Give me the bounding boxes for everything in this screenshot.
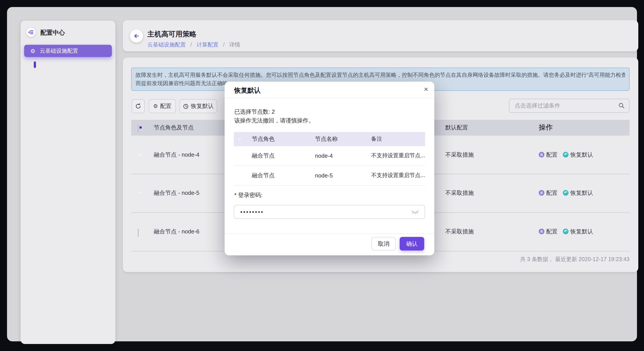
search-icon[interactable] xyxy=(618,103,625,109)
breadcrumb-separator: / xyxy=(190,42,192,48)
gear-icon: ⚙ xyxy=(153,104,158,109)
undo-arrow-icon: ↶ xyxy=(563,228,568,234)
modal-column-name: 节点名称 xyxy=(315,135,338,143)
selected-count-text: 已选择节点数: 2 xyxy=(234,108,275,116)
sidebar-collapse-button[interactable] xyxy=(26,28,36,37)
info-banner-line1: 故障发生时，主机高可用服务默认不会采取任何措施。您可以按照节点角色及配置设置节点… xyxy=(136,71,625,80)
table-footer: 共 3 条数据， 最近更新 2020-12-17 19:23:43 xyxy=(131,256,630,263)
node-name: 融合节点 - node-4 xyxy=(154,151,200,158)
row-restore-label: 恢复默认 xyxy=(570,189,593,197)
row-config-action[interactable]: 配置 xyxy=(539,151,558,158)
row-checkbox[interactable] xyxy=(138,228,139,237)
default-config-value: 不采取措施 xyxy=(445,151,474,158)
arrow-left-icon xyxy=(133,32,140,40)
breadcrumb: 云基础设施配置 / 计算配置 / 详情 xyxy=(148,41,240,49)
modal-footer-divider xyxy=(224,234,434,234)
sidebar-active-indicator xyxy=(34,62,36,68)
row-restore-action[interactable]: ↶ 恢复默认 xyxy=(563,189,593,197)
modal-node-role: 融合节点 xyxy=(252,152,274,160)
cancel-button[interactable]: 取消 xyxy=(372,237,396,250)
screen: 配置中心 ⚙ 云基础设施配置 主机高可用策略 云基础设施配置 / xyxy=(0,0,644,351)
row-restore-action[interactable]: ↶ 恢复默认 xyxy=(563,228,593,236)
column-node-role: 节点角色及节点 xyxy=(154,124,194,132)
eye-invisible-icon[interactable] xyxy=(411,209,419,214)
back-button[interactable] xyxy=(130,30,143,42)
refresh-button[interactable] xyxy=(132,99,145,113)
breadcrumb-current: 详情 xyxy=(229,42,240,48)
modal-header-divider xyxy=(224,98,434,98)
modal-node-name: node-4 xyxy=(315,152,333,159)
sidebar-title: 配置中心 xyxy=(40,29,65,37)
sliders-icon xyxy=(539,152,544,158)
node-name: 融合节点 - node-6 xyxy=(154,228,200,236)
toolbar-config-button[interactable]: ⚙ 配置 xyxy=(149,99,176,113)
row-restore-action[interactable]: ↶ 恢复默认 xyxy=(563,151,593,158)
row-restore-label: 恢复默认 xyxy=(570,228,593,236)
undo-arrow-icon: ↶ xyxy=(563,152,568,158)
row-config-label: 配置 xyxy=(546,151,558,158)
node-name: 融合节点 - node-5 xyxy=(154,189,200,197)
modal-table-row: 融合节点 node-4 不支持设置重启节点... xyxy=(234,146,425,166)
row-config-label: 配置 xyxy=(546,228,558,236)
breadcrumb-link-compute-config[interactable]: 计算配置 xyxy=(196,42,218,48)
row-config-label: 配置 xyxy=(546,189,558,197)
modal-table-row: 融合节点 node-5 不支持设置重启节点... xyxy=(234,166,425,186)
modal-node-remark: 不支持设置重启节点... xyxy=(371,152,425,160)
modal-column-role: 节点角色 xyxy=(252,135,274,143)
default-config-value: 不采取措施 xyxy=(445,228,474,236)
modal-table-header: 节点角色 节点名称 备注 xyxy=(234,132,425,146)
column-actions: 操作 xyxy=(539,123,553,132)
modal-node-remark: 不支持设置重启节点... xyxy=(371,172,425,179)
breadcrumb-link-cloud-infra[interactable]: 云基础设施配置 xyxy=(148,42,186,48)
confirm-button[interactable]: 确认 xyxy=(400,237,424,250)
history-clock-icon xyxy=(183,103,189,109)
refresh-icon xyxy=(135,103,141,109)
default-config-value: 不采取措施 xyxy=(445,189,474,197)
select-all-checkbox[interactable] xyxy=(138,124,139,133)
row-restore-label: 恢复默认 xyxy=(570,151,593,158)
filter-placeholder: 点击选择过滤条件 xyxy=(514,102,618,110)
sidebar-item-label: 云基础设施配置 xyxy=(40,47,78,54)
toolbar-restore-default-button[interactable]: 恢复默认 xyxy=(180,99,217,113)
sliders-icon xyxy=(539,190,544,196)
password-value: •••••••• xyxy=(240,209,411,215)
modal-column-remark: 备注 xyxy=(371,135,425,143)
undo-arrow-icon: ↶ xyxy=(563,190,568,196)
restore-default-modal: 恢复默认 × 已选择节点数: 2 该操作无法撤回，请谨慎操作。 节点角色 节点名… xyxy=(224,82,434,255)
warning-text: 该操作无法撤回，请谨慎操作。 xyxy=(234,117,314,124)
filter-input[interactable]: 点击选择过滤条件 xyxy=(509,99,630,113)
column-default-config: 默认配置 xyxy=(445,124,468,132)
modal-node-role: 融合节点 xyxy=(252,172,274,180)
row-config-action[interactable]: 配置 xyxy=(539,228,558,236)
gear-icon: ⚙ xyxy=(30,48,35,54)
page-title: 主机高可用策略 xyxy=(148,30,196,39)
app-window: 配置中心 ⚙ 云基础设施配置 主机高可用策略 云基础设施配置 / xyxy=(7,7,637,341)
modal-title: 恢复默认 xyxy=(234,86,260,95)
password-input[interactable]: •••••••• xyxy=(234,205,425,219)
close-icon[interactable]: × xyxy=(424,85,428,94)
modal-node-name: node-5 xyxy=(315,172,333,179)
menu-fold-icon xyxy=(28,30,34,35)
page-header: 主机高可用策略 云基础设施配置 / 计算配置 / 详情 xyxy=(123,20,638,51)
sliders-icon xyxy=(539,228,544,234)
row-config-action[interactable]: 配置 xyxy=(539,189,558,197)
toolbar-config-label: 配置 xyxy=(160,102,172,110)
password-label: * 登录密码: xyxy=(234,191,262,199)
sidebar: 配置中心 ⚙ 云基础设施配置 xyxy=(20,20,116,344)
modal-node-table: 节点角色 节点名称 备注 融合节点 node-4 不支持设置重启节点... 融合… xyxy=(234,132,425,186)
sidebar-item-cloud-infra-config[interactable]: ⚙ 云基础设施配置 xyxy=(24,45,112,57)
toolbar-restore-label: 恢复默认 xyxy=(191,102,214,110)
breadcrumb-separator: / xyxy=(223,42,224,48)
